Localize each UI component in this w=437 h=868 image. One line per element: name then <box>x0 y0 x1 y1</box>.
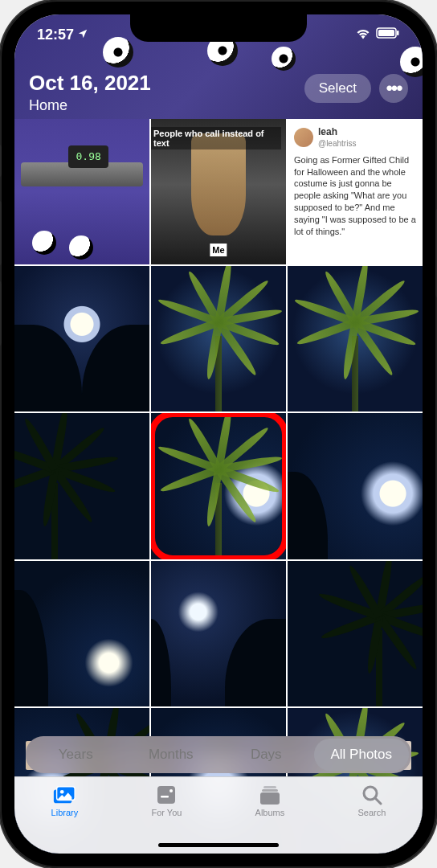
meme-top-text: People who call instead of text <box>151 127 281 149</box>
segment-days[interactable]: Days <box>218 739 314 771</box>
svg-rect-6 <box>157 786 175 804</box>
meme-bottom-text: Me <box>210 244 227 256</box>
tab-search[interactable]: Search <box>358 784 386 854</box>
photo-thumbnail[interactable] <box>14 413 149 559</box>
photo-thumbnail[interactable] <box>151 413 286 559</box>
svg-rect-11 <box>260 792 280 805</box>
tweet-author: leah <box>318 125 356 138</box>
segment-all-photos[interactable]: All Photos <box>314 739 410 771</box>
tab-label: Albums <box>255 808 285 817</box>
svg-rect-1 <box>378 30 394 36</box>
svg-rect-7 <box>161 796 169 798</box>
photo-thumbnail[interactable] <box>151 561 286 706</box>
photo-thumbnail[interactable] <box>14 561 149 706</box>
breadcrumb[interactable]: Home <box>29 97 151 114</box>
svg-line-13 <box>375 798 381 804</box>
photo-thumbnail[interactable] <box>14 266 149 411</box>
avatar <box>294 128 313 147</box>
tab-label: For You <box>151 808 182 817</box>
tab-library[interactable]: Library <box>51 784 79 854</box>
svg-point-8 <box>169 789 173 792</box>
home-indicator[interactable] <box>158 843 279 847</box>
more-button[interactable]: ••• <box>379 74 408 103</box>
svg-rect-2 <box>397 31 399 35</box>
phone-frame: 12:57 <box>0 0 437 868</box>
segment-years[interactable]: Years <box>28 739 124 771</box>
tweet-handle: @leahtriss <box>318 138 356 149</box>
mute-switch <box>0 145 2 177</box>
volume-up-button <box>0 201 2 265</box>
page-title: Oct 16, 2021 <box>29 71 151 96</box>
tab-label: Search <box>358 808 386 817</box>
albums-icon <box>258 784 282 806</box>
volume-down-button <box>0 281 2 346</box>
wifi-icon <box>355 27 371 43</box>
segment-months[interactable]: Months <box>124 739 219 771</box>
screen: 12:57 <box>14 14 423 854</box>
photo-thumbnail[interactable] <box>151 266 286 411</box>
search-icon <box>360 784 384 806</box>
photo-thumbnail[interactable] <box>288 266 423 411</box>
notch <box>130 14 307 42</box>
photo-thumbnail[interactable]: leah @leahtriss Going as Former Gifted C… <box>288 119 423 264</box>
svg-point-5 <box>60 790 64 794</box>
svg-rect-9 <box>263 786 276 788</box>
photo-thumbnail[interactable] <box>288 561 423 706</box>
photo-thumbnail[interactable]: People who call instead of text Me <box>151 119 286 264</box>
tab-label: Library <box>51 808 79 817</box>
photo-thumbnail[interactable] <box>288 413 423 559</box>
ellipsis-icon: ••• <box>386 79 401 98</box>
photo-thumbnail[interactable]: 0.98 <box>14 119 149 264</box>
caliper-readout: 0.98 <box>68 145 108 168</box>
location-arrow-icon <box>77 27 88 43</box>
foryou-icon <box>154 784 178 806</box>
select-button[interactable]: Select <box>304 74 371 103</box>
status-indicators <box>355 27 400 43</box>
battery-icon <box>376 27 400 42</box>
status-time: 12:57 <box>37 27 88 43</box>
svg-rect-10 <box>262 789 278 792</box>
tweet-body: Going as Former Gifted Child for Hallowe… <box>294 154 416 238</box>
clock-label: 12:57 <box>37 27 74 43</box>
tab-bar: Library For You Albums Search <box>14 776 423 854</box>
view-segment-control[interactable]: Years Months Days All Photos <box>26 736 411 773</box>
library-icon <box>52 784 76 806</box>
